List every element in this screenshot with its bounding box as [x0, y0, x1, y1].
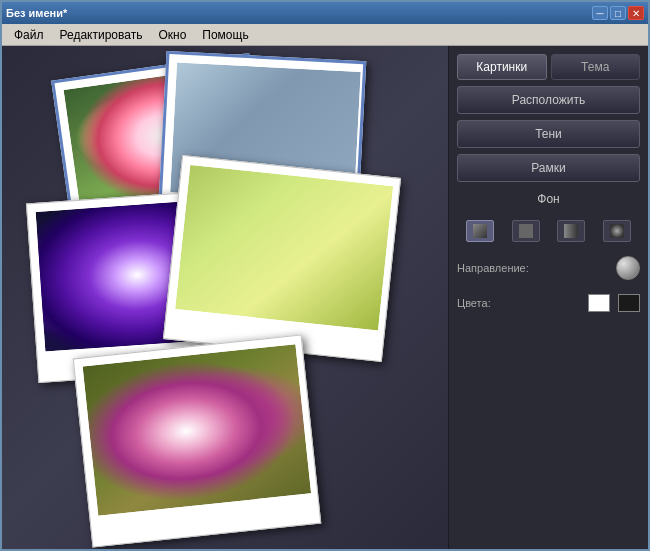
color-swatch-white[interactable]	[588, 294, 610, 312]
colors-label: Цвета:	[457, 297, 580, 309]
window-controls: ─ □ ✕	[592, 6, 644, 20]
bg-icon-solid[interactable]	[512, 220, 540, 242]
tab-pictures[interactable]: Картинки	[457, 54, 547, 80]
svg-rect-0	[473, 224, 487, 238]
menu-help[interactable]: Помощь	[194, 26, 256, 44]
canvas-area	[2, 46, 448, 549]
menu-window[interactable]: Окно	[150, 26, 194, 44]
svg-rect-1	[519, 224, 533, 238]
color-swatch-black[interactable]	[618, 294, 640, 312]
photo-4-inner	[175, 165, 393, 331]
main-window: Без имени* ─ □ ✕ Файл Редактировать Окно…	[0, 0, 650, 551]
bg-icon-radial[interactable]	[603, 220, 631, 242]
right-panel: Картинки Тема Расположить Тени Рамки Фон	[448, 46, 648, 549]
photo-5-inner	[83, 344, 312, 516]
background-icons	[457, 216, 640, 246]
bg-icon-horizontal[interactable]	[557, 220, 585, 242]
main-area: Картинки Тема Расположить Тени Рамки Фон	[2, 46, 648, 549]
shadows-button[interactable]: Тени	[457, 120, 640, 148]
close-button[interactable]: ✕	[628, 6, 644, 20]
minimize-button[interactable]: ─	[592, 6, 608, 20]
direction-row: Направление:	[457, 252, 640, 284]
menu-bar: Файл Редактировать Окно Помощь	[2, 24, 648, 46]
menu-edit[interactable]: Редактировать	[52, 26, 151, 44]
photo-5-image	[83, 344, 312, 516]
photo-5[interactable]	[73, 334, 322, 547]
window-title: Без имени*	[6, 7, 67, 19]
photo-collage	[2, 46, 448, 549]
direction-ball[interactable]	[616, 256, 640, 280]
photo-4-image	[175, 165, 393, 331]
direction-label: Направление:	[457, 262, 608, 274]
menu-file[interactable]: Файл	[6, 26, 52, 44]
svg-rect-3	[610, 224, 624, 238]
bg-icon-gradient[interactable]	[466, 220, 494, 242]
tab-theme[interactable]: Тема	[551, 54, 641, 80]
tab-row: Картинки Тема	[457, 54, 640, 80]
maximize-button[interactable]: □	[610, 6, 626, 20]
background-section-title: Фон	[457, 188, 640, 210]
title-bar: Без имени* ─ □ ✕	[2, 2, 648, 24]
svg-rect-2	[564, 224, 578, 238]
photo-4[interactable]	[163, 155, 401, 362]
frames-button[interactable]: Рамки	[457, 154, 640, 182]
colors-row: Цвета:	[457, 290, 640, 316]
arrange-button[interactable]: Расположить	[457, 86, 640, 114]
